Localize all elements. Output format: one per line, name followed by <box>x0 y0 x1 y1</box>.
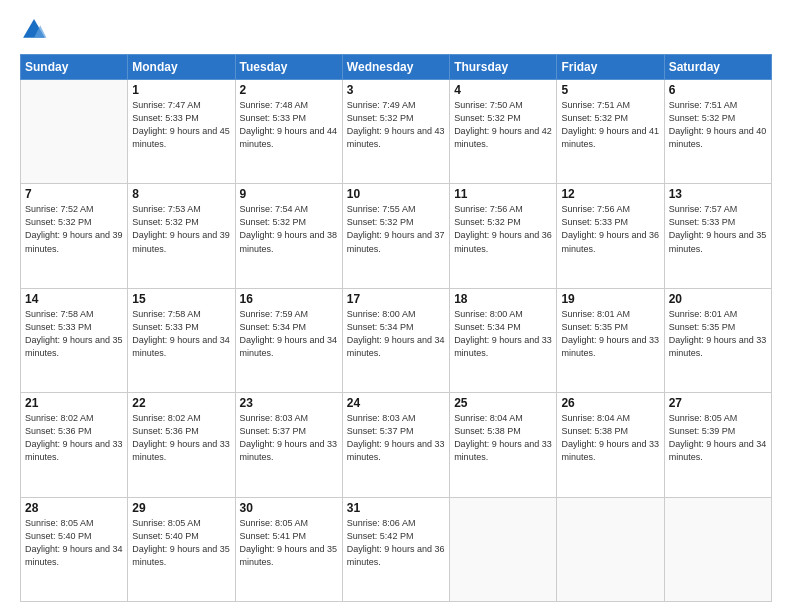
calendar-week-row: 1Sunrise: 7:47 AMSunset: 5:33 PMDaylight… <box>21 80 772 184</box>
calendar-day-cell: 1Sunrise: 7:47 AMSunset: 5:33 PMDaylight… <box>128 80 235 184</box>
day-info: Sunrise: 8:05 AMSunset: 5:40 PMDaylight:… <box>132 517 230 569</box>
calendar-week-row: 28Sunrise: 8:05 AMSunset: 5:40 PMDayligh… <box>21 497 772 601</box>
calendar-day-cell: 14Sunrise: 7:58 AMSunset: 5:33 PMDayligh… <box>21 288 128 392</box>
day-number: 22 <box>132 396 230 410</box>
calendar-day-cell: 9Sunrise: 7:54 AMSunset: 5:32 PMDaylight… <box>235 184 342 288</box>
day-number: 1 <box>132 83 230 97</box>
calendar-day-cell: 12Sunrise: 7:56 AMSunset: 5:33 PMDayligh… <box>557 184 664 288</box>
logo <box>20 16 52 44</box>
weekday-header: Wednesday <box>342 55 449 80</box>
day-number: 27 <box>669 396 767 410</box>
day-info: Sunrise: 8:00 AMSunset: 5:34 PMDaylight:… <box>454 308 552 360</box>
day-info: Sunrise: 8:04 AMSunset: 5:38 PMDaylight:… <box>454 412 552 464</box>
calendar-day-cell: 28Sunrise: 8:05 AMSunset: 5:40 PMDayligh… <box>21 497 128 601</box>
day-info: Sunrise: 7:49 AMSunset: 5:32 PMDaylight:… <box>347 99 445 151</box>
page: SundayMondayTuesdayWednesdayThursdayFrid… <box>0 0 792 612</box>
calendar-day-cell <box>664 497 771 601</box>
calendar-day-cell: 23Sunrise: 8:03 AMSunset: 5:37 PMDayligh… <box>235 393 342 497</box>
calendar-day-cell <box>557 497 664 601</box>
calendar-day-cell: 25Sunrise: 8:04 AMSunset: 5:38 PMDayligh… <box>450 393 557 497</box>
calendar-day-cell: 18Sunrise: 8:00 AMSunset: 5:34 PMDayligh… <box>450 288 557 392</box>
day-info: Sunrise: 8:06 AMSunset: 5:42 PMDaylight:… <box>347 517 445 569</box>
day-info: Sunrise: 8:02 AMSunset: 5:36 PMDaylight:… <box>25 412 123 464</box>
day-info: Sunrise: 7:55 AMSunset: 5:32 PMDaylight:… <box>347 203 445 255</box>
day-info: Sunrise: 7:47 AMSunset: 5:33 PMDaylight:… <box>132 99 230 151</box>
calendar-day-cell <box>450 497 557 601</box>
day-info: Sunrise: 7:56 AMSunset: 5:33 PMDaylight:… <box>561 203 659 255</box>
day-info: Sunrise: 8:04 AMSunset: 5:38 PMDaylight:… <box>561 412 659 464</box>
calendar-day-cell: 27Sunrise: 8:05 AMSunset: 5:39 PMDayligh… <box>664 393 771 497</box>
day-info: Sunrise: 7:56 AMSunset: 5:32 PMDaylight:… <box>454 203 552 255</box>
day-number: 4 <box>454 83 552 97</box>
calendar-day-cell: 17Sunrise: 8:00 AMSunset: 5:34 PMDayligh… <box>342 288 449 392</box>
day-info: Sunrise: 7:58 AMSunset: 5:33 PMDaylight:… <box>132 308 230 360</box>
day-number: 28 <box>25 501 123 515</box>
header <box>20 16 772 44</box>
calendar-day-cell: 4Sunrise: 7:50 AMSunset: 5:32 PMDaylight… <box>450 80 557 184</box>
day-info: Sunrise: 7:48 AMSunset: 5:33 PMDaylight:… <box>240 99 338 151</box>
calendar-day-cell: 24Sunrise: 8:03 AMSunset: 5:37 PMDayligh… <box>342 393 449 497</box>
weekday-header: Tuesday <box>235 55 342 80</box>
day-number: 15 <box>132 292 230 306</box>
calendar-day-cell: 20Sunrise: 8:01 AMSunset: 5:35 PMDayligh… <box>664 288 771 392</box>
calendar-day-cell: 7Sunrise: 7:52 AMSunset: 5:32 PMDaylight… <box>21 184 128 288</box>
calendar-day-cell: 15Sunrise: 7:58 AMSunset: 5:33 PMDayligh… <box>128 288 235 392</box>
weekday-header: Thursday <box>450 55 557 80</box>
day-number: 10 <box>347 187 445 201</box>
weekday-header: Monday <box>128 55 235 80</box>
day-info: Sunrise: 8:01 AMSunset: 5:35 PMDaylight:… <box>669 308 767 360</box>
day-info: Sunrise: 8:05 AMSunset: 5:41 PMDaylight:… <box>240 517 338 569</box>
calendar-week-row: 14Sunrise: 7:58 AMSunset: 5:33 PMDayligh… <box>21 288 772 392</box>
day-info: Sunrise: 7:51 AMSunset: 5:32 PMDaylight:… <box>561 99 659 151</box>
day-number: 30 <box>240 501 338 515</box>
day-info: Sunrise: 7:51 AMSunset: 5:32 PMDaylight:… <box>669 99 767 151</box>
day-info: Sunrise: 7:54 AMSunset: 5:32 PMDaylight:… <box>240 203 338 255</box>
calendar-day-cell: 5Sunrise: 7:51 AMSunset: 5:32 PMDaylight… <box>557 80 664 184</box>
day-number: 26 <box>561 396 659 410</box>
calendar-day-cell: 10Sunrise: 7:55 AMSunset: 5:32 PMDayligh… <box>342 184 449 288</box>
day-info: Sunrise: 7:52 AMSunset: 5:32 PMDaylight:… <box>25 203 123 255</box>
calendar-day-cell: 2Sunrise: 7:48 AMSunset: 5:33 PMDaylight… <box>235 80 342 184</box>
day-number: 12 <box>561 187 659 201</box>
calendar-day-cell: 19Sunrise: 8:01 AMSunset: 5:35 PMDayligh… <box>557 288 664 392</box>
weekday-header: Sunday <box>21 55 128 80</box>
calendar-day-cell: 8Sunrise: 7:53 AMSunset: 5:32 PMDaylight… <box>128 184 235 288</box>
day-number: 21 <box>25 396 123 410</box>
day-info: Sunrise: 7:57 AMSunset: 5:33 PMDaylight:… <box>669 203 767 255</box>
weekday-header: Friday <box>557 55 664 80</box>
day-info: Sunrise: 7:58 AMSunset: 5:33 PMDaylight:… <box>25 308 123 360</box>
day-number: 2 <box>240 83 338 97</box>
calendar-day-cell: 30Sunrise: 8:05 AMSunset: 5:41 PMDayligh… <box>235 497 342 601</box>
calendar-week-row: 21Sunrise: 8:02 AMSunset: 5:36 PMDayligh… <box>21 393 772 497</box>
calendar-week-row: 7Sunrise: 7:52 AMSunset: 5:32 PMDaylight… <box>21 184 772 288</box>
calendar-day-cell: 6Sunrise: 7:51 AMSunset: 5:32 PMDaylight… <box>664 80 771 184</box>
day-number: 18 <box>454 292 552 306</box>
day-number: 3 <box>347 83 445 97</box>
day-number: 19 <box>561 292 659 306</box>
calendar-day-cell: 21Sunrise: 8:02 AMSunset: 5:36 PMDayligh… <box>21 393 128 497</box>
day-number: 5 <box>561 83 659 97</box>
day-number: 7 <box>25 187 123 201</box>
calendar-day-cell: 3Sunrise: 7:49 AMSunset: 5:32 PMDaylight… <box>342 80 449 184</box>
day-info: Sunrise: 7:59 AMSunset: 5:34 PMDaylight:… <box>240 308 338 360</box>
calendar-day-cell: 31Sunrise: 8:06 AMSunset: 5:42 PMDayligh… <box>342 497 449 601</box>
day-number: 24 <box>347 396 445 410</box>
calendar-header-row: SundayMondayTuesdayWednesdayThursdayFrid… <box>21 55 772 80</box>
day-info: Sunrise: 8:01 AMSunset: 5:35 PMDaylight:… <box>561 308 659 360</box>
day-info: Sunrise: 8:00 AMSunset: 5:34 PMDaylight:… <box>347 308 445 360</box>
day-number: 9 <box>240 187 338 201</box>
day-number: 16 <box>240 292 338 306</box>
day-number: 23 <box>240 396 338 410</box>
day-info: Sunrise: 8:02 AMSunset: 5:36 PMDaylight:… <box>132 412 230 464</box>
day-number: 17 <box>347 292 445 306</box>
calendar-day-cell <box>21 80 128 184</box>
day-number: 20 <box>669 292 767 306</box>
day-number: 13 <box>669 187 767 201</box>
day-info: Sunrise: 8:05 AMSunset: 5:40 PMDaylight:… <box>25 517 123 569</box>
day-info: Sunrise: 7:50 AMSunset: 5:32 PMDaylight:… <box>454 99 552 151</box>
calendar-day-cell: 26Sunrise: 8:04 AMSunset: 5:38 PMDayligh… <box>557 393 664 497</box>
day-number: 6 <box>669 83 767 97</box>
day-info: Sunrise: 8:03 AMSunset: 5:37 PMDaylight:… <box>347 412 445 464</box>
calendar-day-cell: 11Sunrise: 7:56 AMSunset: 5:32 PMDayligh… <box>450 184 557 288</box>
day-number: 8 <box>132 187 230 201</box>
